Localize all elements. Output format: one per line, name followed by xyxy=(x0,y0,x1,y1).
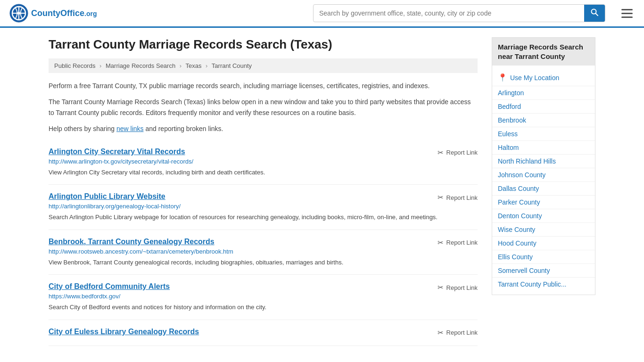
report-label: Report Link xyxy=(446,149,478,156)
svg-line-6 xyxy=(596,14,598,16)
result-desc: View Benbrook, Tarrant County genealogic… xyxy=(49,258,478,267)
result-url[interactable]: http://www.arlington-tx.gov/citysecretar… xyxy=(49,158,478,165)
breadcrumb: Public Records › Marriage Records Search… xyxy=(49,58,478,73)
logo-suffix: .org xyxy=(84,10,97,17)
description-share: Help others by sharing new links and rep… xyxy=(49,123,478,134)
result-title[interactable]: City of Euless Library Genealogy Records xyxy=(49,328,199,336)
search-button[interactable] xyxy=(584,5,605,22)
result-url[interactable]: https://www.bedfordtx.gov/ xyxy=(49,293,478,300)
hamburger-menu-button[interactable] xyxy=(619,7,635,20)
sidebar-link-north-richland-hills[interactable]: North Richland Hills xyxy=(492,155,595,168)
result-header: City of Euless Library Genealogy Records… xyxy=(49,328,478,338)
page-title: Tarrant County Marriage Records Search (… xyxy=(49,37,478,52)
result-item: City of Bedford Community Alerts ✂ Repor… xyxy=(49,275,478,320)
sidebar-section: Marriage Records Search near Tarrant Cou… xyxy=(492,37,595,295)
result-item: Arlington City Secretary Vital Records ✂… xyxy=(49,140,478,185)
sidebar-link-parker-county[interactable]: Parker County xyxy=(492,196,595,209)
report-icon: ✂ xyxy=(438,329,444,337)
report-icon: ✂ xyxy=(438,148,444,157)
logo-icon xyxy=(9,4,28,23)
description-intro: Perform a free Tarrant County, TX public… xyxy=(49,81,478,91)
breadcrumb-sep-3: › xyxy=(206,62,207,69)
header: CountyOffice.org xyxy=(0,0,644,28)
report-label: Report Link xyxy=(446,329,478,336)
result-desc: Search Arlington Public Library webpage … xyxy=(49,213,478,222)
search-icon xyxy=(591,8,598,16)
result-desc: Search City of Bedford events and notice… xyxy=(49,303,478,312)
report-link[interactable]: ✂ Report Link xyxy=(438,148,478,157)
report-label: Report Link xyxy=(446,284,478,291)
sidebar-title: Marriage Records Search near Tarrant Cou… xyxy=(492,38,595,66)
breadcrumb-marriage-records[interactable]: Marriage Records Search xyxy=(106,62,175,69)
share-suffix: and reporting broken links. xyxy=(144,125,223,132)
report-icon: ✂ xyxy=(438,239,444,247)
sidebar-link-ellis-county[interactable]: Ellis County xyxy=(492,250,595,264)
share-prefix: Help others by sharing xyxy=(49,125,116,132)
sidebar-link-hood-county[interactable]: Hood County xyxy=(492,237,595,250)
report-link[interactable]: ✂ Report Link xyxy=(438,329,478,337)
location-icon: 📍 xyxy=(498,73,507,82)
report-label: Report Link xyxy=(446,239,478,246)
breadcrumb-tarrant-county[interactable]: Tarrant County xyxy=(212,62,252,69)
breadcrumb-sep-2: › xyxy=(180,62,182,69)
sidebar-link-benbrook[interactable]: Benbrook xyxy=(492,114,595,127)
result-title[interactable]: Arlington Public Library Website xyxy=(49,192,165,201)
sidebar-links: 📍 Use My Location Arlington Bedford Benb… xyxy=(492,66,595,295)
sidebar-link-euless[interactable]: Euless xyxy=(492,127,595,141)
result-desc: View Arlington City Secretary vital reco… xyxy=(49,168,478,177)
sidebar-link-denton-county[interactable]: Denton County xyxy=(492,209,595,223)
svg-point-4 xyxy=(17,12,20,15)
result-header: Arlington Public Library Website ✂ Repor… xyxy=(49,192,478,203)
result-title[interactable]: Arlington City Secretary Vital Records xyxy=(49,148,185,156)
report-link[interactable]: ✂ Report Link xyxy=(438,283,478,292)
main-layout: Tarrant County Marriage Records Search (… xyxy=(39,28,605,355)
logo-text: CountyOffice.org xyxy=(31,8,97,18)
logo[interactable]: CountyOffice.org xyxy=(9,4,97,23)
content-area: Tarrant County Marriage Records Search (… xyxy=(49,37,478,346)
report-link[interactable]: ✂ Report Link xyxy=(438,193,478,202)
result-title[interactable]: City of Bedford Community Alerts xyxy=(49,282,170,291)
use-my-location-link[interactable]: 📍 Use My Location xyxy=(492,69,595,86)
sidebar-link-tarrant-county-public[interactable]: Tarrant County Public... xyxy=(492,278,595,291)
result-item: Benbrook, Tarrant County Genealogy Recor… xyxy=(49,230,478,275)
result-header: Benbrook, Tarrant County Genealogy Recor… xyxy=(49,238,478,248)
breadcrumb-texas[interactable]: Texas xyxy=(186,62,202,69)
result-item: Arlington Public Library Website ✂ Repor… xyxy=(49,185,478,230)
result-header: Arlington City Secretary Vital Records ✂… xyxy=(49,148,478,158)
breadcrumb-sep-1: › xyxy=(99,62,101,69)
menu-bar-3 xyxy=(621,16,633,18)
logo-county: CountyOffice xyxy=(31,8,84,18)
sidebar-link-somervell-county[interactable]: Somervell County xyxy=(492,264,595,278)
sidebar-link-wise-county[interactable]: Wise County xyxy=(492,223,595,237)
report-label: Report Link xyxy=(446,194,478,201)
result-title[interactable]: Benbrook, Tarrant County Genealogy Recor… xyxy=(49,238,215,246)
result-item: City of Euless Library Genealogy Records… xyxy=(49,320,478,346)
report-link[interactable]: ✂ Report Link xyxy=(438,239,478,247)
search-input[interactable] xyxy=(314,6,584,21)
result-header: City of Bedford Community Alerts ✂ Repor… xyxy=(49,282,478,293)
sidebar-link-johnson-county[interactable]: Johnson County xyxy=(492,168,595,182)
menu-bar-2 xyxy=(621,13,633,14)
breadcrumb-public-records[interactable]: Public Records xyxy=(54,62,95,69)
result-url[interactable]: http://www.rootsweb.ancestry.com/~txtarr… xyxy=(49,248,478,255)
search-bar xyxy=(313,4,605,22)
sidebar-link-arlington[interactable]: Arlington xyxy=(492,86,595,100)
result-url[interactable]: http://arlingtonlibrary.org/genealogy-lo… xyxy=(49,203,478,210)
new-links[interactable]: new links xyxy=(116,125,144,132)
sidebar-link-dallas-county[interactable]: Dallas County xyxy=(492,182,595,196)
description-body: The Tarrant County Marriage Records Sear… xyxy=(49,97,478,118)
sidebar-link-bedford[interactable]: Bedford xyxy=(492,100,595,114)
report-icon: ✂ xyxy=(438,283,444,292)
report-icon: ✂ xyxy=(438,193,444,202)
sidebar-link-haltom[interactable]: Haltom xyxy=(492,141,595,155)
menu-bar-1 xyxy=(621,9,633,10)
sidebar: Marriage Records Search near Tarrant Cou… xyxy=(492,37,595,346)
use-my-location-label: Use My Location xyxy=(510,74,559,82)
